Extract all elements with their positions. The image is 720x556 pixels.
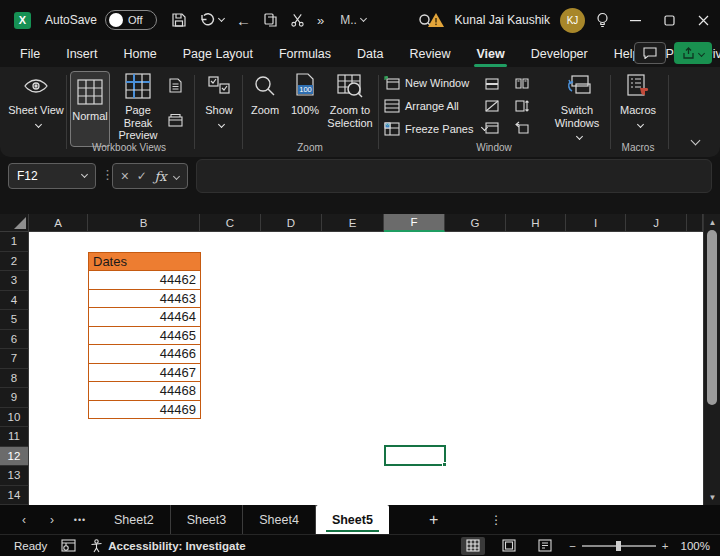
select-all-corner[interactable] (0, 214, 29, 232)
macros-button[interactable]: Macros (614, 71, 662, 129)
close-button[interactable] (686, 0, 720, 40)
arrange-all-button[interactable]: Arrange All (384, 99, 459, 113)
tab-developer[interactable]: Developer (529, 43, 590, 65)
zoom-slider-thumb[interactable] (616, 541, 621, 551)
zoom-slider[interactable]: − + (569, 540, 668, 552)
tab-file[interactable]: File (18, 43, 42, 65)
new-window-button[interactable]: New Window (384, 76, 469, 90)
tab-view[interactable]: View (474, 43, 506, 65)
freeze-panes-button[interactable]: Freeze Panes (384, 122, 487, 136)
column-header-B[interactable]: B (88, 214, 200, 232)
vertical-scroll-thumb[interactable] (707, 230, 717, 405)
user-name[interactable]: Kunal Jai Kaushik (455, 13, 550, 27)
sheet-tab-sheet3[interactable]: Sheet3 (171, 505, 244, 534)
share-button[interactable] (674, 42, 712, 64)
cell-B4[interactable]: 44463 (88, 289, 201, 309)
row-header-8[interactable]: 8 (0, 369, 29, 389)
excel-logo-icon[interactable]: X (14, 12, 31, 29)
status-page-break-icon[interactable] (533, 537, 557, 555)
row-header-13[interactable]: 13 (0, 466, 29, 486)
cell-B2-dates-header[interactable]: Dates (88, 252, 201, 272)
save-icon[interactable] (171, 12, 187, 28)
column-header-partial[interactable] (687, 214, 703, 232)
tab-more-icon[interactable]: ••• (66, 515, 94, 525)
row-header-7[interactable]: 7 (0, 349, 29, 369)
column-header-H[interactable]: H (506, 214, 566, 232)
add-sheet-button[interactable]: + (429, 511, 438, 529)
sheet-view-button[interactable]: Sheet View (8, 71, 64, 129)
cell-B9[interactable]: 44468 (88, 381, 201, 401)
tab-page-layout[interactable]: Page Layout (181, 43, 255, 65)
enter-icon[interactable]: ✓ (137, 169, 147, 183)
name-box[interactable]: F12 (8, 163, 96, 189)
page-break-preview-button[interactable]: Page Break Preview (112, 71, 164, 142)
tab-insert[interactable]: Insert (64, 43, 99, 65)
cell-B7[interactable]: 44466 (88, 344, 201, 364)
zoom-to-selection-button[interactable]: Zoom to Selection (326, 71, 374, 129)
warning-icon[interactable] (427, 12, 445, 28)
zoom-slider-track[interactable] (582, 545, 656, 547)
copy-icon[interactable] (263, 12, 278, 28)
row-header-5[interactable]: 5 (0, 310, 29, 330)
cell-B5[interactable]: 44464 (88, 307, 201, 327)
normal-view-button[interactable]: Normal (70, 71, 110, 147)
column-header-F[interactable]: F (384, 214, 445, 232)
cell-area[interactable]: Dates44462444634446444465444664446744468… (29, 232, 703, 505)
row-header-4[interactable]: 4 (0, 291, 29, 311)
more-menu[interactable]: M.. (340, 13, 366, 27)
reset-window-position-icon[interactable] (513, 120, 531, 135)
zoom-100-button[interactable]: 100 100% (286, 71, 324, 117)
column-header-J[interactable]: J (626, 214, 687, 232)
tab-menu-icon[interactable]: ⋮ (490, 513, 502, 527)
row-header-9[interactable]: 9 (0, 388, 29, 408)
scroll-down-icon[interactable]: ▼ (704, 490, 720, 504)
scroll-up-icon[interactable]: ▲ (704, 215, 720, 229)
ribbon-collapse-chevron-icon[interactable] (688, 133, 699, 147)
split-icon[interactable] (483, 76, 501, 91)
column-header-D[interactable]: D (261, 214, 322, 232)
fill-handle[interactable] (442, 462, 447, 467)
tab-data[interactable]: Data (355, 43, 385, 65)
fx-chevron-icon[interactable] (173, 172, 180, 179)
cancel-icon[interactable]: × (121, 168, 129, 184)
row-header-14[interactable]: 14 (0, 486, 29, 506)
avatar[interactable]: KJ (560, 8, 585, 33)
column-header-A[interactable]: A (29, 214, 88, 232)
show-button[interactable]: Show (198, 71, 240, 129)
undo-chevron-icon[interactable] (218, 15, 225, 22)
autosave-toggle[interactable]: Off (105, 10, 157, 30)
minimize-button[interactable] (618, 0, 652, 40)
macro-record-icon[interactable] (61, 539, 76, 552)
sheet-tab-sheet4[interactable]: Sheet4 (243, 505, 316, 534)
cell-B3[interactable]: 44462 (88, 270, 201, 290)
active-cell-F12[interactable] (384, 445, 446, 466)
sheet-tab-sheet5[interactable]: Sheet5 (316, 505, 389, 534)
tab-home[interactable]: Home (121, 43, 158, 65)
unhide-icon[interactable] (483, 120, 501, 135)
row-header-10[interactable]: 10 (0, 408, 29, 428)
zoom-out-icon[interactable]: − (569, 540, 576, 552)
row-header-3[interactable]: 3 (0, 271, 29, 291)
row-header-12[interactable]: 12 (0, 447, 29, 467)
column-header-E[interactable]: E (322, 214, 384, 232)
formula-input[interactable] (196, 159, 712, 193)
row-header-1[interactable]: 1 (0, 232, 29, 252)
cell-B8[interactable]: 44467 (88, 363, 201, 383)
column-header-G[interactable]: G (445, 214, 506, 232)
column-header-I[interactable]: I (566, 214, 626, 232)
name-box-chevron-icon[interactable] (81, 171, 88, 178)
custom-views-icon[interactable] (166, 112, 184, 127)
column-header-C[interactable]: C (200, 214, 261, 232)
tab-nav-right-icon[interactable]: › (38, 513, 66, 527)
overflow-icon[interactable]: » (317, 13, 324, 28)
row-header-2[interactable]: 2 (0, 252, 29, 272)
tab-nav-left-icon[interactable]: ‹ (10, 513, 38, 527)
tab-review[interactable]: Review (407, 43, 452, 65)
status-page-layout-icon[interactable] (497, 537, 521, 555)
cut-icon[interactable] (290, 12, 305, 28)
status-normal-view-icon[interactable] (461, 537, 485, 555)
switch-windows-button[interactable]: Switch Windows (548, 71, 606, 142)
cell-B6[interactable]: 44465 (88, 326, 201, 346)
sheet-tab-sheet2[interactable]: Sheet2 (98, 505, 171, 534)
synchronous-scrolling-icon[interactable] (513, 98, 531, 113)
